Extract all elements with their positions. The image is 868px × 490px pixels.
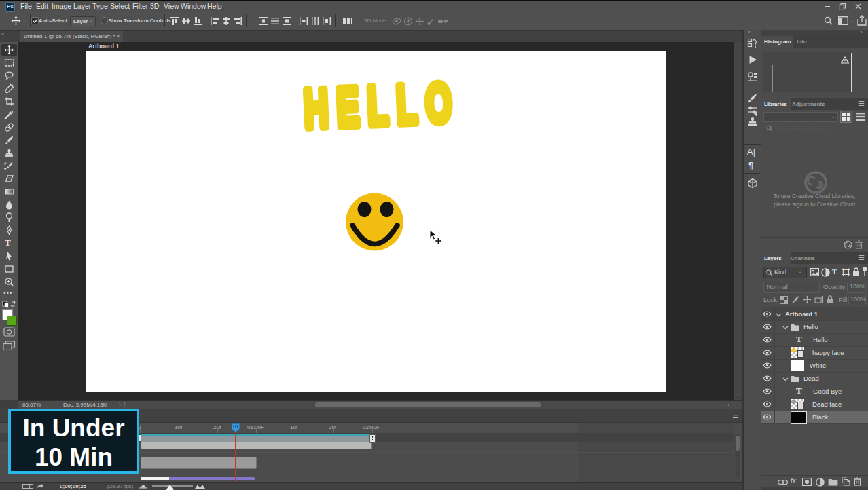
svg-text:HELLO: HELLO xyxy=(303,72,462,132)
